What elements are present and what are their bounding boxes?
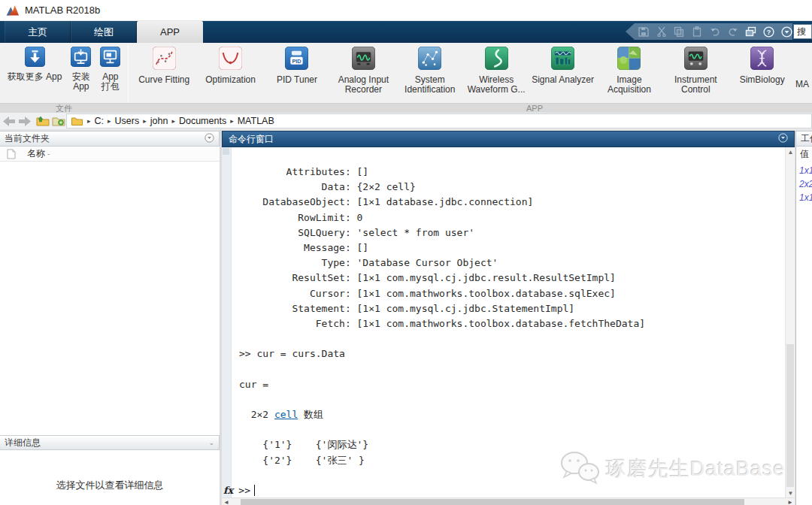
horizontal-scroll-thumb[interactable]: [241, 499, 744, 505]
workspace-value[interactable]: 1x1: [796, 191, 812, 204]
browse-folder-icon[interactable]: [52, 115, 65, 127]
analog-input-recorder-icon: [352, 47, 375, 70]
app-signal-analyzer[interactable]: Signal Analyzer: [529, 47, 595, 103]
scroll-down-icon[interactable]: ▼: [786, 488, 795, 497]
vertical-scroll-thumb[interactable]: [786, 344, 794, 487]
crumb-john[interactable]: john: [150, 116, 168, 126]
crumb-documents[interactable]: Documents: [179, 116, 226, 126]
panel-menu-icon[interactable]: [205, 133, 214, 145]
scroll-right-icon[interactable]: ►: [786, 498, 795, 505]
scroll-up-icon[interactable]: ▲: [786, 147, 795, 156]
button-label: Instrument Control: [674, 75, 717, 95]
console-line: Message: []: [239, 240, 785, 256]
matlab-logo-icon: [6, 5, 20, 17]
horizontal-scrollbar[interactable]: ◄ ►: [222, 497, 795, 505]
toolbar-more-icon[interactable]: [780, 26, 792, 38]
command-window-header[interactable]: 命令行窗口: [222, 131, 795, 147]
signal-analyzer-icon: [551, 47, 574, 70]
optimization-icon: [219, 47, 242, 70]
get-more-apps-button[interactable]: 获取更多 App: [4, 47, 66, 103]
tab-apps[interactable]: APP: [137, 21, 203, 43]
current-folder-header[interactable]: 当前文件夹: [0, 131, 220, 147]
forward-icon[interactable]: [18, 115, 32, 127]
undo-icon[interactable]: [709, 26, 721, 38]
details-empty-text: 选择文件以查看详细信息: [0, 479, 220, 492]
name-column-label: 名称: [27, 147, 45, 160]
install-app-button[interactable]: 安装 App: [67, 47, 95, 103]
tab-home[interactable]: 主页: [5, 21, 71, 43]
app-analog-input-recorder[interactable]: Analog Input Recorder: [330, 47, 396, 103]
app-wireless-waveform[interactable]: Wireless Waveform G...: [463, 47, 529, 103]
app-clipped-label[interactable]: MA: [795, 79, 809, 89]
collapse-chevron-icon[interactable]: ⌄: [208, 439, 214, 446]
up-folder-icon[interactable]: [36, 115, 50, 127]
curve-fitting-icon: [153, 47, 176, 70]
workspace-value[interactable]: 1x1: [796, 164, 812, 177]
app-curve-fitting[interactable]: Curve Fitting: [131, 47, 197, 103]
crumb-separator: ▸: [168, 117, 179, 125]
name-column-header[interactable]: 名称 -: [0, 147, 220, 162]
console-line: {'2'} {'张三' }: [239, 453, 785, 468]
button-label: Wireless Waveform G...: [468, 75, 526, 95]
app-image-acquisition[interactable]: Image Acquisition: [596, 47, 662, 103]
vertical-scrollbar[interactable]: ▲ ▼: [785, 147, 795, 497]
workspace-header[interactable]: 工作区: [796, 131, 812, 147]
current-folder-title: 当前文件夹: [5, 132, 50, 145]
details-header[interactable]: 详细信息 ⌄: [0, 435, 220, 450]
redo-icon[interactable]: [727, 26, 739, 38]
workspace-rows: 1x1 2x2 1x1: [796, 164, 812, 204]
details-title: 详细信息: [5, 437, 41, 449]
console-line: cur =: [239, 377, 785, 392]
button-label: PID Tuner: [277, 75, 317, 85]
folder-icon: [70, 115, 83, 127]
gutter-handle[interactable]: [223, 148, 229, 155]
value-column-header[interactable]: 值: [796, 147, 812, 161]
workspace-title: 工作区: [801, 132, 812, 145]
crumb-matlab[interactable]: MATLAB: [238, 116, 274, 126]
console-line: 2×2 cell 数组: [239, 407, 785, 422]
search-input[interactable]: [793, 24, 812, 39]
back-icon[interactable]: [2, 115, 16, 127]
install-app-icon: [71, 47, 91, 67]
console-line: Cursor: [1×1 com.mathworks.toolbox.datab…: [239, 286, 785, 301]
help-icon[interactable]: ?: [762, 26, 774, 38]
app-instrument-control[interactable]: Instrument Control: [662, 47, 729, 103]
save-icon[interactable]: [638, 26, 650, 38]
command-window-title: 命令行窗口: [229, 133, 274, 146]
system-identification-icon: [418, 47, 441, 70]
crumb-drive[interactable]: C:: [95, 116, 105, 126]
file-list[interactable]: [0, 162, 220, 435]
app-simbiology[interactable]: SimBiology: [729, 47, 795, 103]
button-label: App 打包: [102, 72, 120, 92]
workspace-panel: 工作区 值 1x1 2x2 1x1: [795, 131, 812, 505]
workspace-value[interactable]: 2x2: [796, 177, 812, 191]
breadcrumb[interactable]: ▸ C: ▸ Users ▸ john ▸ Documents ▸ MATLAB: [66, 113, 812, 129]
app-optimization[interactable]: Optimization: [197, 47, 263, 103]
console-line: ResultSet: [1×1 com.mysql.cj.jdbc.result…: [239, 271, 785, 286]
command-window-menu-icon[interactable]: [778, 133, 788, 145]
fx-button[interactable]: fx: [223, 485, 233, 496]
button-label: System Identification: [404, 75, 455, 95]
layout-icon[interactable]: [745, 26, 757, 38]
paste-icon[interactable]: [691, 26, 703, 38]
app-pid-tuner[interactable]: PID PID Tuner: [264, 47, 330, 103]
prompt-row[interactable]: fx >>: [222, 483, 255, 497]
crumb-separator: ▸: [104, 117, 115, 125]
prompt-chevrons: >>: [238, 485, 250, 496]
get-more-apps-icon: [25, 47, 45, 67]
details-body: 选择文件以查看详细信息: [0, 450, 220, 505]
tab-plots[interactable]: 绘图: [71, 21, 137, 43]
crumb-separator: ▸: [83, 117, 95, 125]
app-system-identification[interactable]: System Identification: [397, 47, 463, 103]
cut-icon[interactable]: [656, 26, 668, 38]
scroll-left-icon[interactable]: ◄: [222, 498, 231, 505]
title-bar: MATLAB R2018b: [0, 0, 812, 21]
console-line: [239, 422, 785, 437]
package-app-button[interactable]: App 打包: [96, 47, 124, 103]
crumb-users[interactable]: Users: [115, 116, 140, 126]
svg-text:?: ?: [767, 29, 771, 36]
console-line: Fetch: [1×1 com.mathworks.toolbox.databa…: [239, 316, 785, 331]
copy-icon[interactable]: [674, 26, 686, 38]
image-acquisition-icon: [617, 47, 641, 70]
cell-link[interactable]: cell: [274, 409, 298, 420]
